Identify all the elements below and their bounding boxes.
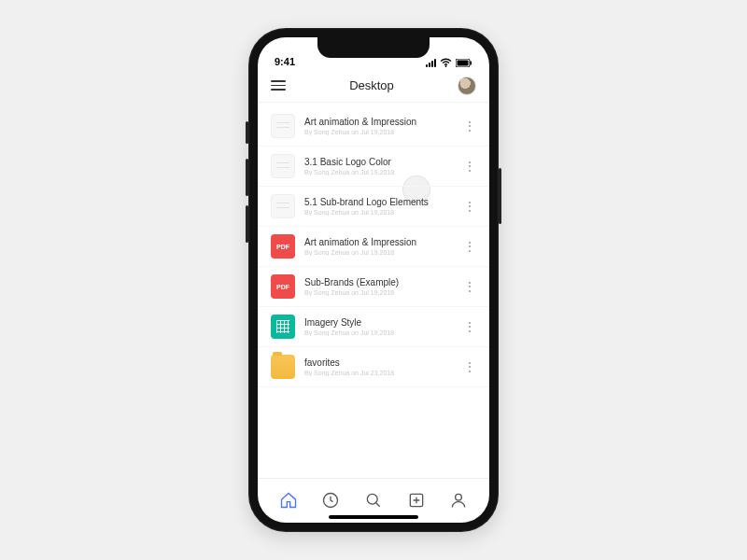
svg-rect-2 [458, 60, 469, 65]
profile-icon [449, 491, 468, 510]
doc-icon [271, 114, 295, 138]
file-name: favorites [304, 357, 454, 368]
more-button[interactable]: ⋮ [463, 120, 476, 132]
add-icon [407, 491, 426, 510]
file-name: Imagery Style [304, 317, 454, 328]
file-subtitle: By Song Zehua on Jul 23,2018 [304, 370, 454, 376]
tab-profile[interactable] [444, 486, 472, 514]
file-list[interactable]: Art animation & ImpressionBy Song Zehua … [258, 103, 489, 478]
file-name: Art animation & Impression [304, 237, 454, 247]
more-button[interactable]: ⋮ [463, 361, 476, 372]
file-subtitle: By Song Zehua on Jul 19,2018 [304, 129, 454, 135]
file-row[interactable]: favoritesBy Song Zehua on Jul 23,2018⋮ [258, 347, 489, 387]
page-title: Desktop [349, 78, 394, 92]
battery-icon [456, 59, 472, 67]
clock-icon [321, 491, 340, 510]
file-subtitle: By Song Zehua on Jul 19,2018 [304, 169, 454, 175]
search-icon [364, 491, 383, 510]
svg-point-5 [367, 494, 377, 504]
file-row[interactable]: 5.1 Sub-brand Logo ElementsBy Song Zehua… [258, 187, 489, 227]
more-button[interactable]: ⋮ [463, 161, 476, 172]
tab-add[interactable] [402, 486, 430, 514]
svg-point-0 [445, 65, 447, 67]
wifi-icon [440, 58, 452, 67]
pdf-icon: PDF [271, 274, 295, 299]
signal-icon [426, 59, 436, 67]
folder-icon [271, 355, 295, 379]
more-button[interactable]: ⋮ [463, 281, 476, 292]
pdf-icon: PDF [271, 234, 295, 259]
screen: 9:41 Desktop Art animation & ImpressionB… [258, 37, 489, 523]
file-name: Sub-Brands (Example) [304, 277, 454, 287]
more-button[interactable]: ⋮ [463, 321, 476, 332]
svg-point-7 [456, 494, 462, 500]
file-row[interactable]: Art animation & ImpressionBy Song Zehua … [258, 106, 489, 147]
file-name: Art animation & Impression [304, 117, 454, 127]
doc-icon [271, 154, 295, 178]
file-row[interactable]: Imagery StyleBy Song Zehua on Jul 19,201… [258, 307, 489, 347]
home-indicator[interactable] [329, 515, 418, 519]
tab-home[interactable] [275, 486, 303, 514]
menu-button[interactable] [271, 80, 286, 91]
avatar[interactable] [458, 77, 476, 95]
status-time: 9:41 [275, 56, 295, 67]
app-header: Desktop [258, 69, 489, 103]
more-button[interactable]: ⋮ [463, 241, 476, 252]
svg-rect-3 [471, 61, 472, 64]
file-name: 5.1 Sub-brand Logo Elements [304, 197, 454, 207]
file-name: 3.1 Basic Logo Color [304, 157, 454, 167]
file-row[interactable]: PDFSub-Brands (Example)By Song Zehua on … [258, 267, 489, 307]
file-subtitle: By Song Zehua on Jul 19,2018 [304, 209, 454, 216]
phone-frame: 9:41 Desktop Art animation & ImpressionB… [248, 28, 499, 532]
file-row[interactable]: 3.1 Basic Logo ColorBy Song Zehua on Jul… [258, 147, 489, 187]
home-icon [279, 491, 298, 510]
sheet-icon [271, 315, 295, 339]
file-row[interactable]: PDFArt animation & ImpressionBy Song Zeh… [258, 227, 489, 267]
notch [317, 37, 430, 58]
file-subtitle: By Song Zehua on Jul 19,2018 [304, 289, 454, 296]
tab-recent[interactable] [317, 486, 345, 514]
file-subtitle: By Song Zehua on Jul 19,2018 [304, 249, 454, 256]
file-subtitle: By Song Zehua on Jul 19,2018 [304, 329, 454, 336]
doc-icon [271, 194, 295, 218]
more-button[interactable]: ⋮ [463, 201, 476, 212]
tab-search[interactable] [359, 486, 388, 514]
